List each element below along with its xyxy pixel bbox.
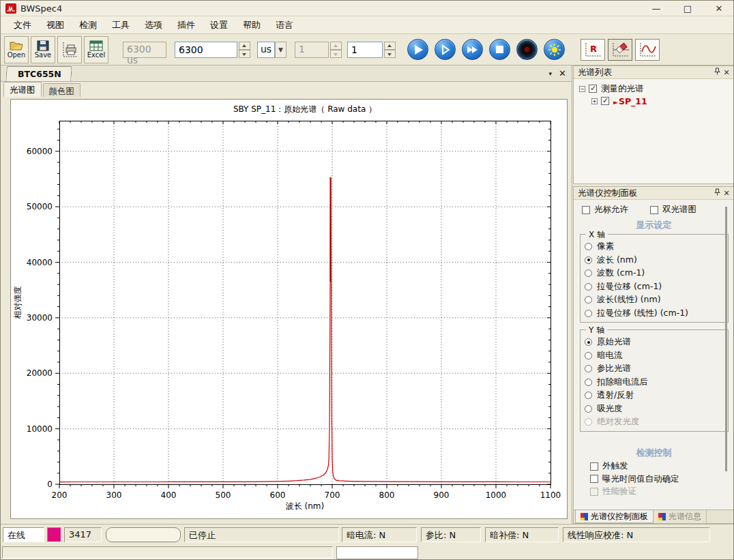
close-panel-icon[interactable]: ✕ [722, 68, 731, 77]
close-button[interactable]: ✕ [714, 3, 724, 14]
tab-close-icon[interactable]: ✕ [559, 68, 566, 78]
x-axis-option-0[interactable]: 像素 [585, 240, 726, 254]
detection-checkbox-1[interactable]: 曝光时间值自动确定 [590, 473, 734, 486]
pin-icon[interactable] [712, 188, 722, 198]
expand-icon[interactable]: + [591, 98, 598, 104]
pin-icon[interactable] [712, 68, 722, 77]
menu-item-file[interactable]: 文件 [6, 17, 39, 33]
document-tabstrip: BTC655N ▾ ✕ [1, 65, 572, 82]
y-axis-radio-0[interactable] [585, 338, 592, 346]
light-source-button[interactable] [544, 39, 565, 60]
dual-spectrum-checkbox[interactable]: 双光谱图 [650, 204, 696, 216]
acquire-button[interactable] [407, 39, 428, 60]
detection-box-0[interactable] [590, 462, 598, 471]
menu-item-view[interactable]: 视图 [39, 17, 72, 33]
panel-bottom-tabs: 光谱仪控制面板光谱信息 [574, 510, 734, 523]
y-axis-option-0[interactable]: 原始光谱 [585, 336, 726, 349]
cursor-enable-checkbox[interactable]: 光标允许 [582, 204, 628, 216]
open-button[interactable]: Open [4, 36, 29, 63]
chevron-down-icon[interactable]: ▼ [275, 42, 287, 58]
average-count-input[interactable] [347, 42, 383, 58]
tab-list-dropdown-icon[interactable]: ▾ [549, 68, 553, 78]
spectra-list-title: 光谱列表 [578, 67, 712, 78]
panel-scrollbar[interactable] [725, 207, 727, 471]
close-panel-icon[interactable]: ✕ [722, 189, 731, 198]
sun-icon [548, 43, 561, 57]
measured-spectra-checkbox[interactable] [589, 85, 597, 93]
x-axis-option-4[interactable]: 波长(线性) (nm) [585, 293, 726, 307]
stop-button[interactable] [489, 39, 510, 60]
menu-item-tools[interactable]: 工具 [104, 17, 137, 33]
dark-current-button[interactable] [516, 39, 538, 60]
x-axis-label-4: 波长(线性) (nm) [597, 294, 661, 306]
bottom-tab-label-1: 光谱信息 [669, 511, 701, 522]
subtab-spectrum-view[interactable]: 光谱图 [3, 82, 42, 97]
y-axis-option-5[interactable]: 吸光度 [585, 402, 726, 416]
y-axis-option-1[interactable]: 暗电流 [585, 349, 726, 363]
x-axis-option-1[interactable]: 波长 (nm) [585, 254, 726, 267]
y-axis-radio-3[interactable] [585, 379, 592, 386]
x-axis-group: X 轴 像素波长 (nm)波数 (cm-1)拉曼位移 (cm-1)波长(线性) … [580, 234, 729, 323]
reset-axes-button[interactable]: R [581, 39, 605, 61]
integration-time-input[interactable] [175, 42, 237, 58]
bottom-input-field[interactable] [336, 546, 418, 559]
excel-export-button[interactable]: Excel [84, 36, 108, 63]
menu-bar: 文件视图检测工具选项插件设置帮助语言 [1, 16, 733, 34]
bottom-tab-control-panel[interactable]: 光谱仪控制面板 [575, 510, 654, 523]
clear-spectrum-button[interactable] [608, 39, 632, 61]
sp11-checkbox[interactable] [601, 97, 609, 105]
menu-item-plugins[interactable]: 插件 [170, 17, 203, 33]
tree-item-sp11[interactable]: + ►SP_11 [591, 95, 734, 107]
y-axis-radio-2[interactable] [585, 365, 592, 372]
menu-item-options[interactable]: 选项 [137, 17, 170, 33]
status-online: 在线 [3, 527, 44, 542]
detection-checkbox-0[interactable]: 外触发 [590, 460, 734, 473]
y-axis-option-4[interactable]: 透射/反射 [585, 389, 726, 402]
x-tick-label: 500 [216, 490, 231, 500]
y-axis-radio-1[interactable] [585, 352, 592, 359]
y-tick-label: 40000 [27, 258, 53, 267]
y-axis-radio-6 [585, 418, 592, 426]
acquire-once-button[interactable] [435, 39, 456, 60]
x-axis-radio-3[interactable] [585, 283, 592, 291]
spectrum-view-button[interactable] [635, 39, 660, 61]
tree-root-measured-spectra[interactable]: − 测量的光谱 [579, 83, 734, 95]
minimize-button[interactable]: — [651, 3, 661, 14]
unit-select[interactable]: us ▼ [257, 42, 287, 58]
unit-value: us [257, 42, 275, 58]
print-button[interactable] [57, 36, 82, 63]
save-floppy-icon [37, 40, 49, 51]
x-axis-radio-5[interactable] [585, 310, 592, 317]
y-axis-title: 相对强度 [13, 286, 23, 319]
x-axis-radio-2[interactable] [585, 269, 592, 277]
y-axis-legend: Y 轴 [586, 325, 607, 336]
spectrometer-control-panel: 光谱仪控制面板 ✕ 光标允许 双光谱图 显示设定 [573, 186, 734, 524]
y-axis-option-2[interactable]: 参比光谱 [585, 362, 726, 376]
y-axis-option-3[interactable]: 扣除暗电流后 [585, 376, 726, 389]
x-axis-radio-1[interactable] [585, 256, 592, 264]
detection-box-1[interactable] [590, 475, 598, 483]
x-axis-option-5[interactable]: 拉曼位移 (线性) (cm-1) [585, 307, 726, 321]
menu-item-settings[interactable]: 设置 [203, 17, 235, 33]
maximize-button[interactable]: □ [683, 3, 692, 14]
subtab-color-view[interactable]: 颜色图 [43, 83, 81, 97]
spectrum-chart[interactable]: 2003004005006007008009001000110001000020… [11, 100, 567, 518]
menu-item-language[interactable]: 语言 [268, 17, 301, 33]
x-axis-option-2[interactable]: 波数 (cm-1) [585, 267, 726, 280]
save-button[interactable]: Save [31, 36, 55, 63]
x-axis-radio-4[interactable] [585, 296, 592, 304]
y-axis-radio-5[interactable] [585, 405, 592, 413]
bottom-tab-spectrum-info[interactable]: 光谱信息 [654, 510, 707, 523]
integration-time-stepper[interactable] [239, 42, 250, 58]
detection-label-2: 性能验证 [602, 486, 636, 497]
panel-tab-icon [581, 513, 588, 520]
continuous-acquire-button[interactable] [462, 39, 483, 60]
menu-item-detect[interactable]: 检测 [72, 17, 104, 33]
x-axis-radio-0[interactable] [585, 243, 592, 250]
average-count-stepper[interactable] [384, 42, 396, 58]
x-axis-option-3[interactable]: 拉曼位移 (cm-1) [585, 280, 726, 294]
tab-btc655n[interactable]: BTC655N [5, 66, 72, 81]
y-axis-radio-4[interactable] [585, 392, 592, 399]
menu-item-help[interactable]: 帮助 [235, 17, 268, 33]
collapse-icon[interactable]: − [579, 86, 585, 92]
